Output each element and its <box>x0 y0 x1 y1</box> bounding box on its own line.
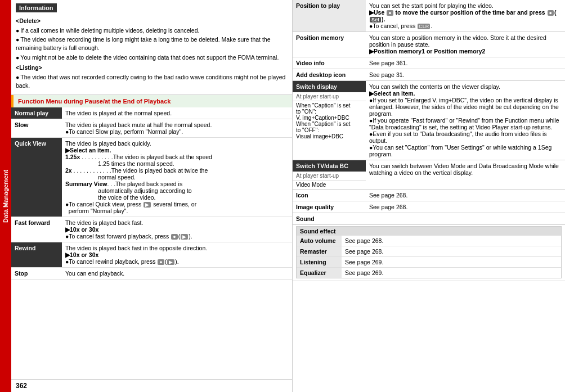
switch-display-label-cell: Switch display At player start-up When "… <box>293 81 366 160</box>
page-number: 362 <box>11 379 292 392</box>
sidebar-label: Data Management <box>0 0 11 392</box>
listening-content: See page 269. <box>342 257 561 268</box>
sound-effect-header: Sound effect <box>297 227 561 236</box>
pos-memory-content: You can store a position memory in the v… <box>366 32 565 57</box>
switch-tv-label-cell: Switch TV/data BC At player start-up Vid… <box>293 160 366 190</box>
table-row: Normal play The video is played at the n… <box>11 107 292 119</box>
table-row: Rewind The video is played back fast in … <box>11 242 292 267</box>
table-row: Add desktop icon See page 31. <box>293 69 565 81</box>
func-menu-header: Function Menu during Pause/at the End of… <box>11 95 292 107</box>
right-table: Position to play You can set the start p… <box>293 0 565 213</box>
switch-tv-label: Switch TV/data BC <box>293 160 366 172</box>
delete-item-3: You might not be able to delete the vide… <box>16 53 288 62</box>
information-box: Information <Delete> If a call comes in … <box>11 0 292 95</box>
table-row: Position memory You can store a position… <box>293 32 565 57</box>
table-row: Image quality See page 268. <box>293 201 565 213</box>
switch-tv-sublabel1: At player start-up <box>293 172 366 181</box>
switch-display-label: Switch display <box>293 81 366 92</box>
add-desktop-icon-content: See page 31. <box>366 69 565 81</box>
sound-section: Sound Sound effect Auto volume See page … <box>293 213 565 281</box>
table-row: Position to play You can set the start p… <box>293 0 565 32</box>
pos-memory-label: Position memory <box>293 32 366 57</box>
video-info-label: Video info <box>293 57 366 69</box>
remaster-content: See page 268. <box>342 246 561 257</box>
row-content-normal-play: The video is played at the normal speed. <box>62 107 292 119</box>
row-label-normal-play: Normal play <box>11 107 62 119</box>
icon-content: See page 268. <box>366 190 565 201</box>
auto-volume-label: Auto volume <box>297 236 342 246</box>
function-table: Normal play The video is played at the n… <box>11 107 292 280</box>
row-content-stop: You can end playback. <box>62 267 292 279</box>
delete-title: <Delete> <box>16 17 288 25</box>
pos-to-play-label: Position to play <box>293 0 366 32</box>
sound-effect-box: Sound effect Auto volume See page 268. R… <box>296 226 562 278</box>
row-label-fastforward: Fast forward <box>11 217 62 242</box>
icon-label: Icon <box>293 190 366 201</box>
info-header: Information <box>16 3 57 12</box>
row-content-rewind: The video is played back fast in the opp… <box>62 242 292 267</box>
row-content-fastforward: The video is played back fast. ▶10x or 3… <box>62 217 292 242</box>
table-row: Listening See page 269. <box>297 257 561 268</box>
switch-display-content: You can switch the contents on the viewe… <box>366 81 565 160</box>
equalizer-content: See page 269. <box>342 268 561 278</box>
row-label-quickview: Quick View <box>11 137 62 217</box>
table-row: Equalizer See page 269. <box>297 268 561 278</box>
image-quality-content: See page 268. <box>366 201 565 213</box>
row-label-rewind: Rewind <box>11 242 62 267</box>
switch-tv-sublabel2: Video Mode <box>293 181 366 189</box>
switch-display-sublabel: At player start-up <box>293 92 366 101</box>
equalizer-label: Equalizer <box>297 268 342 278</box>
table-row: Switch display At player start-up When "… <box>293 81 565 160</box>
delete-item-2: The video whose recording time is long m… <box>16 35 288 52</box>
listing-item-1: The video that was not recorded correctl… <box>16 73 288 89</box>
switch-tv-content: You can switch between Video Mode and Da… <box>366 160 565 190</box>
table-row: Remaster See page 268. <box>297 246 561 257</box>
delete-item-1: If a call comes in while deleting multip… <box>16 26 288 35</box>
sound-label-row: Sound <box>293 213 565 225</box>
table-row: Quick View The video is played back quic… <box>11 137 292 217</box>
sound-effect-table: Auto volume See page 268. Remaster See p… <box>297 236 561 278</box>
video-info-content: See page 361. <box>366 57 565 69</box>
table-row: Video info See page 361. <box>293 57 565 69</box>
sound-label: Sound <box>293 213 366 225</box>
listing-title: <Listing> <box>16 64 288 72</box>
switch-display-sub-content: When "Caption" is setto "ON": V. img+Cap… <box>293 101 366 141</box>
row-label-slow: Slow <box>11 119 62 137</box>
row-label-stop: Stop <box>11 267 62 279</box>
pos-to-play-content: You can set the start point for playing … <box>366 0 565 32</box>
listening-label: Listening <box>297 257 342 268</box>
table-row: Stop You can end playback. <box>11 267 292 279</box>
add-desktop-icon-label: Add desktop icon <box>293 69 366 81</box>
table-row: Auto volume See page 268. <box>297 236 561 246</box>
table-row: Icon See page 268. <box>293 190 565 201</box>
image-quality-label: Image quality <box>293 201 366 213</box>
auto-volume-content: See page 268. <box>342 236 561 246</box>
table-row: Fast forward The video is played back fa… <box>11 217 292 242</box>
table-row: Slow The video is played back mute at ha… <box>11 119 292 137</box>
remaster-label: Remaster <box>297 246 342 257</box>
table-row: Switch TV/data BC At player start-up Vid… <box>293 160 565 190</box>
sound-table: Sound <box>293 213 565 225</box>
row-content-quickview: The video is played back quickly. ▶Selec… <box>62 137 292 217</box>
row-content-slow: The video is played back mute at half th… <box>62 119 292 137</box>
